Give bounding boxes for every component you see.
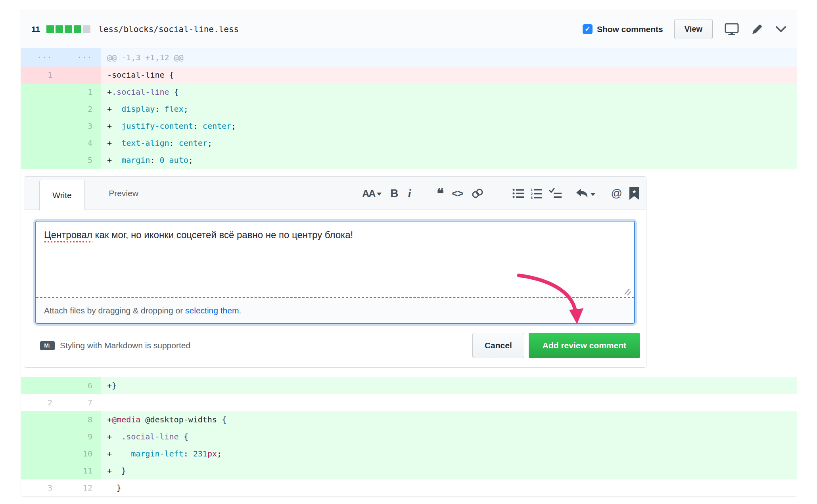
new-line-number[interactable]: 6	[61, 377, 101, 394]
diffstat-block-neutral	[83, 25, 90, 33]
code-line: -social-line {	[101, 67, 797, 84]
code-line: + justify-content: center;	[101, 118, 797, 135]
comment-text: как мог, но иконки соцсетей всё равно не…	[92, 229, 353, 240]
caret-down-icon	[591, 193, 595, 196]
diff-code-row: 312 }	[21, 479, 797, 496]
pencil-icon[interactable]	[751, 23, 763, 36]
code-icon[interactable]: <>	[452, 188, 463, 199]
display-icon[interactable]	[725, 23, 739, 36]
old-line-number[interactable]	[21, 462, 61, 479]
add-review-comment-button[interactable]: Add review comment	[529, 333, 640, 358]
text-size-icon[interactable]: AA	[362, 189, 382, 199]
caret-down-icon	[377, 193, 382, 196]
view-button[interactable]: View	[674, 19, 713, 39]
old-line-number[interactable]	[21, 135, 61, 152]
select-files-link[interactable]: selecting them	[185, 306, 239, 315]
new-line-number[interactable]: 10	[61, 445, 101, 462]
diffstat	[46, 25, 90, 33]
code-line: + margin: 0 auto;	[101, 152, 797, 169]
tab-preview[interactable]: Preview	[99, 177, 148, 210]
quote-icon[interactable]: ❝	[437, 187, 444, 200]
diffstat-block-added	[65, 25, 72, 33]
task-list-icon[interactable]	[549, 188, 562, 199]
tab-write[interactable]: Write	[39, 180, 85, 210]
diff-code-row: 10+ margin-left: 231px;	[21, 445, 797, 462]
new-line-number[interactable]	[61, 67, 101, 84]
new-line-number[interactable]: 1	[61, 84, 101, 101]
chevron-down-icon[interactable]	[775, 26, 786, 33]
old-line-number[interactable]	[21, 84, 61, 101]
ordered-list-icon[interactable]: 123	[531, 188, 543, 199]
diffstat-block-added	[74, 25, 81, 33]
diff-code-row: 1+.social-line {	[21, 84, 797, 101]
hunk-header: @@ -1,3 +1,12 @@	[101, 48, 797, 67]
file-path[interactable]: less/blocks/social-line.less	[98, 25, 239, 34]
old-line-number[interactable]: 3	[21, 479, 61, 496]
new-line-number[interactable]: 12	[61, 479, 101, 496]
saved-replies-icon[interactable]	[575, 188, 595, 199]
code-line	[101, 394, 797, 411]
diff-hunk-row: ······@@ -1,3 +1,12 @@	[21, 48, 797, 67]
old-line-number[interactable]: 2	[21, 394, 61, 411]
bold-icon[interactable]: B	[390, 188, 398, 199]
markdown-icon: M↓	[40, 341, 55, 350]
show-comments-checkbox[interactable]: ✓	[583, 24, 593, 34]
old-line-number[interactable]: 1	[21, 67, 61, 84]
inline-comment-form: Write Preview AA B i ❝ <>	[24, 176, 646, 368]
new-line-number[interactable]: 11	[61, 462, 101, 479]
old-line-number[interactable]	[21, 428, 61, 445]
attach-hint: Attach files by dragging & dropping or	[44, 306, 185, 315]
diff-code-row: 4+ text-align: center;	[21, 135, 797, 152]
new-line-number[interactable]: 2	[61, 101, 101, 118]
old-line-number[interactable]	[21, 101, 61, 118]
svg-text:3: 3	[531, 196, 533, 199]
old-line-number[interactable]	[21, 152, 61, 169]
italic-icon[interactable]: i	[408, 187, 411, 199]
misspelled-word: Центровал	[44, 229, 92, 243]
code-line: +@media @desktop-widths {	[101, 411, 797, 428]
svg-text:2: 2	[531, 192, 533, 196]
markdown-toolbar: AA B i ❝ <>	[362, 177, 639, 210]
new-line-number[interactable]: 4	[61, 135, 101, 152]
show-comments-label: Show comments	[597, 25, 663, 34]
new-line-number[interactable]: 5	[61, 152, 101, 169]
mention-icon[interactable]: @	[611, 188, 622, 199]
attach-files-area[interactable]: Attach files by dragging & dropping or s…	[36, 298, 634, 323]
unordered-list-icon[interactable]	[512, 188, 524, 199]
diff-rows-bottom: 6+}278+@media @desktop-widths {9+ .socia…	[21, 377, 797, 496]
comment-textarea[interactable]: Центровал как мог, но иконки соцсетей вс…	[36, 221, 634, 298]
diff-code-row: 5+ margin: 0 auto;	[21, 152, 797, 169]
code-line: + margin-left: 231px;	[101, 445, 797, 462]
expand-diff-button[interactable]: ···	[61, 48, 101, 67]
new-line-number[interactable]: 7	[61, 394, 101, 411]
resize-grip[interactable]	[623, 288, 632, 298]
old-line-number[interactable]	[21, 411, 61, 428]
reference-icon[interactable]: ★	[629, 187, 639, 200]
attach-hint-period: .	[239, 306, 241, 315]
diff-code-row: 27	[21, 394, 797, 411]
file-diff-container: 11 less/blocks/social-line.less ✓ Show c…	[21, 10, 797, 497]
diffstat-block-added	[56, 25, 63, 33]
diff-code-row: 3+ justify-content: center;	[21, 118, 797, 135]
code-line: + text-align: center;	[101, 135, 797, 152]
file-header: 11 less/blocks/social-line.less ✓ Show c…	[21, 10, 797, 48]
link-icon[interactable]	[471, 188, 484, 199]
changes-count: 11	[31, 25, 40, 34]
old-line-number[interactable]	[21, 377, 61, 394]
diff-code-row: 11+ }	[21, 462, 797, 479]
new-line-number[interactable]: 3	[61, 118, 101, 135]
markdown-hint[interactable]: Styling with Markdown is supported	[60, 341, 190, 350]
old-line-number[interactable]	[21, 445, 61, 462]
comment-form-footer: M↓ Styling with Markdown is supported Ca…	[24, 324, 646, 367]
code-line: + .social-line {	[101, 428, 797, 445]
diff-code-row: 2+ display: flex;	[21, 101, 797, 118]
new-line-number[interactable]: 9	[61, 428, 101, 445]
cancel-button[interactable]: Cancel	[472, 333, 524, 358]
diff-rows-top: ······@@ -1,3 +1,12 @@1-social-line {1+.…	[21, 48, 797, 169]
new-line-number[interactable]: 8	[61, 411, 101, 428]
old-line-number[interactable]	[21, 118, 61, 135]
expand-diff-button[interactable]: ···	[21, 48, 61, 67]
svg-text:1: 1	[531, 188, 533, 192]
comment-tabs: Write Preview AA B i ❝ <>	[24, 177, 646, 210]
diffstat-block-added	[46, 25, 54, 33]
